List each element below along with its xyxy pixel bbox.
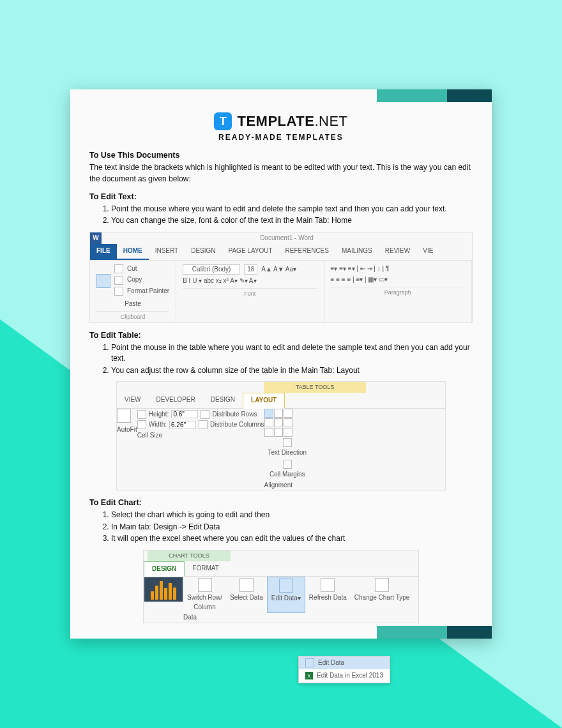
cell-size-caption: Cell Size (137, 431, 264, 441)
tab-review[interactable]: REVIEW (379, 244, 416, 260)
edit-table-steps: Point the mouse in the table where you w… (111, 342, 473, 376)
tab-view[interactable]: VIE (416, 244, 439, 260)
select-data-button[interactable]: Select Data (226, 577, 267, 613)
edit-chart-steps: Select the chart which is going to edit … (111, 510, 473, 544)
edit-data-excel-menu-item[interactable]: XEdit Data in Excel 2013 (299, 669, 390, 683)
word-home-ribbon: W Document1 - Word FILE HOME INSERT DESI… (89, 232, 473, 323)
list-item: Point the mouse in the table where you w… (111, 342, 473, 365)
chart-tools-context: CHART TOOLS (148, 550, 231, 561)
brand-icon: T (214, 112, 232, 130)
tab-home[interactable]: HOME (117, 244, 149, 260)
clipboard-group: Cut Copy Format Painter Paste Clipboard (90, 261, 176, 322)
list-item: You can change the size, font & color of… (111, 215, 473, 226)
heading-edit-text: To Edit Text: (89, 191, 473, 202)
tab-developer[interactable]: DEVELOPER (149, 393, 203, 408)
tab-references[interactable]: REFERENCES (279, 244, 335, 260)
chart-style-thumb[interactable] (144, 577, 183, 602)
clipboard-caption: Clipboard (96, 311, 169, 321)
brand-name: TEMPLATE (237, 113, 314, 129)
distribute-rows-label[interactable]: Distribute Rows (212, 410, 257, 420)
word-chart-ribbon: CHART TOOLS DESIGN FORMAT Switch Row/ Co… (143, 550, 419, 623)
row-height-icon (137, 410, 146, 419)
tab-chart-format[interactable]: FORMAT (185, 561, 226, 577)
chart-styles-group (144, 577, 183, 623)
font-name-select[interactable]: Calibri (Body) (183, 264, 240, 275)
top-accent (377, 89, 492, 102)
brand-header: T TEMPLATE.NET READY-MADE TEMPLATES (89, 112, 473, 142)
height-input[interactable] (171, 410, 198, 418)
excel-icon: X (305, 672, 313, 679)
col-width-icon (137, 420, 146, 429)
paragraph-group: ≡▾ ≡▾ ≡▾ | ⇤ ⇥ | ↕ | ¶ ≡ ≡ ≡ ≡ | ≡▾ | ▦▾… (324, 261, 472, 322)
list-buttons[interactable]: ≡▾ ≡▾ ≡▾ | ⇤ ⇥ | ↕ | ¶ (331, 264, 465, 274)
edit-text-steps: Point the mouse where you want to edit a… (111, 204, 473, 227)
font-caption: Font (183, 288, 317, 298)
chart-type-group: Change Chart Type (351, 577, 414, 623)
list-item: It will open the excel sheet where you c… (111, 533, 473, 544)
distribute-rows-icon[interactable] (201, 410, 209, 419)
bottom-accent (377, 626, 492, 639)
width-input[interactable] (169, 421, 196, 429)
format-painter-label[interactable]: Format Painter (127, 287, 169, 296)
tab-view2[interactable]: VIEW (117, 393, 149, 408)
alignment-group: Text Direction Cell Margins Alignment (264, 409, 311, 490)
data-caption: Data (183, 613, 351, 623)
autofit-label[interactable]: AutoFit (117, 425, 137, 435)
word-table-ribbon: TABLE TOOLS VIEW DEVELOPER DESIGN LAYOUT… (116, 381, 446, 490)
height-label: Height: (149, 410, 169, 420)
tab-mailings[interactable]: MAILINGS (335, 244, 379, 260)
tab-file[interactable]: FILE (90, 244, 117, 260)
brand-subtitle: READY-MADE TEMPLATES (89, 133, 473, 142)
copy-label[interactable]: Copy (127, 275, 142, 285)
list-item: Point the mouse where you want to edit a… (111, 204, 473, 215)
cut-label[interactable]: Cut (127, 264, 137, 274)
paragraph-caption: Paragraph (331, 287, 465, 297)
tab-table-layout[interactable]: LAYOUT (243, 393, 285, 409)
align-buttons[interactable]: ≡ ≡ ≡ ≡ | ≡▾ | ▦▾ ▭▾ (331, 275, 465, 285)
paste-label[interactable]: Paste (96, 300, 169, 309)
cell-margins-button[interactable]: Cell Margins (264, 459, 311, 481)
edit-data-button[interactable]: Edit Data▾ (267, 577, 305, 613)
font-grow-shrink[interactable]: A▲ A▼ Aa▾ (261, 265, 296, 275)
cell-size-group: Height: Distribute Rows Width: Distribut… (137, 409, 264, 490)
alignment-caption: Alignment (264, 481, 311, 490)
edit-data-icon (305, 658, 314, 667)
brand-suffix: .NET (314, 113, 347, 129)
font-group: Calibri (Body) 18 A▲ A▼ Aa▾ B I U ▾ abc … (176, 261, 324, 322)
list-item: Select the chart which is going to edit … (111, 510, 473, 520)
format-painter-icon[interactable] (114, 287, 123, 296)
tab-chart-design[interactable]: DESIGN (144, 561, 185, 577)
tab-insert[interactable]: INSERT (149, 244, 185, 260)
autofit-icon[interactable] (117, 409, 131, 423)
font-style-buttons[interactable]: B I U ▾ abc x₂ x² A▾ ✎▾ A▾ (183, 277, 317, 286)
distribute-cols-icon[interactable] (199, 420, 208, 429)
heading-use: To Use This Documents (89, 149, 473, 161)
distribute-cols-label[interactable]: Distribute Columns (210, 420, 264, 430)
heading-edit-table: To Edit Table: (89, 330, 473, 341)
width-label: Width: (149, 420, 167, 430)
tab-table-design[interactable]: DESIGN (203, 393, 243, 408)
refresh-data-button[interactable]: Refresh Data (305, 577, 351, 613)
edit-data-menu: Edit Data XEdit Data in Excel 2013 (298, 656, 390, 683)
change-chart-type-button[interactable]: Change Chart Type (351, 577, 414, 604)
tab-page-layout[interactable]: PAGE LAYOUT (222, 244, 279, 260)
cut-icon[interactable] (114, 264, 123, 273)
copy-icon[interactable] (114, 276, 123, 285)
text-direction-button[interactable]: Text Direction (264, 437, 311, 459)
tab-design[interactable]: DESIGN (185, 244, 222, 260)
heading-edit-chart: To Edit Chart: (89, 497, 473, 508)
list-item: You can adjust the row & column size of … (111, 365, 473, 376)
autofit-group: AutoFit (117, 409, 137, 490)
font-size-select[interactable]: 18 (244, 264, 257, 275)
word-app-icon: W (90, 232, 102, 244)
list-item: In Main tab: Design -> Edit Data (111, 522, 473, 533)
intro-text: The text inside the brackets which is hi… (89, 162, 473, 185)
align-cell-icon[interactable] (264, 409, 273, 418)
window-title: Document1 - Word (102, 232, 472, 245)
table-tools-context: TABLE TOOLS (264, 382, 366, 393)
switch-row-col-button[interactable]: Switch Row/ Column (183, 577, 226, 613)
document-page: T TEMPLATE.NET READY-MADE TEMPLATES To U… (70, 89, 492, 639)
paste-icon[interactable] (96, 274, 110, 288)
edit-data-menu-item[interactable]: Edit Data (299, 656, 390, 670)
chart-data-group: Switch Row/ Column Select Data Edit Data… (183, 577, 351, 623)
